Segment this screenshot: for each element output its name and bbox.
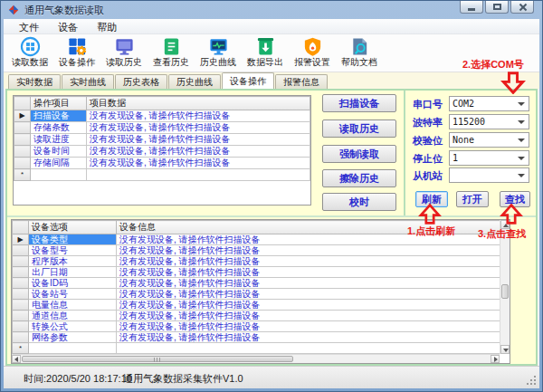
cell-item[interactable]: 通道信息: [29, 311, 117, 321]
tabstrip: 实时数据 实时曲线 历史表格 历史曲线 设备操作 报警信息: [4, 72, 539, 89]
table-row: 设备型号 没有发现设备, 请操作软件扫描设备: [13, 245, 510, 256]
cell-value[interactable]: 没有发现设备, 请操作软件扫描设备: [87, 158, 310, 169]
arrow-down-icon: [503, 349, 509, 352]
toolbar-history-curve[interactable]: 历史曲线: [195, 34, 242, 72]
column-header[interactable]: 操作项目: [31, 97, 87, 110]
stop-bit-label: 停止位: [413, 152, 449, 166]
status-time: 时间:2020/5/20 18:17:10: [24, 372, 132, 386]
tab-realtime-curve[interactable]: 实时曲线: [62, 74, 114, 89]
menu-help[interactable]: 帮助: [89, 19, 125, 34]
toolbar-help-doc[interactable]: 帮助文档: [336, 34, 383, 72]
column-header[interactable]: 设备选项: [29, 221, 117, 234]
cell-value[interactable]: 没有发现设备, 请操作软件扫描设备: [117, 332, 510, 343]
cell-value[interactable]: 没有发现设备, 请操作软件扫描设备: [117, 300, 510, 311]
menu-device[interactable]: 设备: [50, 19, 86, 34]
maximize-button[interactable]: [485, 1, 509, 14]
cell-item[interactable]: 扫描设备: [31, 110, 87, 122]
cell-item[interactable]: 网络参数: [29, 332, 117, 343]
baud-rate-select[interactable]: 115200: [449, 114, 529, 129]
new-row-marker: *: [14, 169, 31, 181]
open-button[interactable]: 打开: [456, 191, 489, 207]
cell-item[interactable]: 设备ID码: [29, 278, 117, 289]
cell-item[interactable]: 出厂日期: [29, 267, 117, 278]
menubar: 文件 设备 帮助: [4, 19, 539, 34]
minimize-icon: [468, 8, 475, 11]
table-row: 读取进度 没有发现设备, 请操作软件扫描设备: [14, 134, 310, 146]
erase-history-button[interactable]: 擦除历史: [322, 169, 396, 187]
cell-item[interactable]: 设备型号: [29, 245, 117, 256]
tab-device-operation[interactable]: 设备操作: [222, 72, 274, 89]
scan-device-button[interactable]: 扫描设备: [322, 94, 396, 112]
toolbar-read-history[interactable]: 读取历史: [100, 34, 148, 72]
minimize-button[interactable]: [460, 1, 483, 14]
column-header[interactable]: 项目数据: [87, 97, 310, 110]
slave-station-select[interactable]: [449, 167, 529, 183]
tab-history-curve[interactable]: 历史曲线: [168, 74, 221, 89]
force-read-button[interactable]: 强制读取: [322, 145, 396, 163]
cell-item[interactable]: 读取进度: [31, 134, 87, 146]
cell-value[interactable]: 没有发现设备, 请操作软件扫描设备: [117, 289, 510, 300]
tab-history-table[interactable]: 历史表格: [115, 74, 167, 89]
tab-realtime-data[interactable]: 实时数据: [8, 74, 61, 89]
time-sync-button[interactable]: 校时: [322, 193, 396, 211]
vertical-scroll-thumb[interactable]: [501, 284, 509, 299]
operation-table: 操作项目 项目数据 ▶ 扫描设备 没有发现设备, 请操作软件扫描设备 存储条数 …: [13, 95, 311, 206]
resize-grip[interactable]: [534, 383, 536, 385]
cell-value[interactable]: 没有发现设备, 请操作软件扫描设备: [87, 146, 310, 158]
client-area: 文件 设备 帮助 读取数据 设备操作 读取历史 查看历史: [4, 19, 539, 388]
help-doc-icon: [336, 36, 383, 57]
cell-value[interactable]: 没有发现设备, 请操作软件扫描设备: [117, 256, 510, 267]
cell-value[interactable]: 没有发现设备, 请操作软件扫描设备: [117, 245, 510, 256]
annotation-arrow-up-icon: [418, 204, 442, 225]
table-row: 设备ID码 没有发现设备, 请操作软件扫描设备: [13, 278, 510, 289]
cell-value[interactable]: 没有发现设备, 请操作软件扫描设备: [87, 110, 310, 122]
device-operation-page: 操作项目 项目数据 ▶ 扫描设备 没有发现设备, 请操作软件扫描设备 存储条数 …: [5, 89, 538, 366]
scroll-down-button[interactable]: [500, 345, 510, 354]
parity-select[interactable]: None: [449, 132, 529, 148]
cell-item[interactable]: 存储间隔: [31, 158, 87, 169]
cell-item[interactable]: 设备站号: [29, 289, 117, 300]
toolbar-read-data[interactable]: 读取数据: [6, 34, 53, 72]
titlebar[interactable]: 通用气象数据读取: [1, 1, 542, 19]
row-marker: ▶: [14, 110, 31, 122]
scroll-right-button[interactable]: [491, 355, 500, 363]
cell-item[interactable]: 设备时间: [31, 146, 87, 158]
table-row: 网络参数 没有发现设备, 请操作软件扫描设备: [13, 332, 510, 343]
cell-item[interactable]: 电量信息: [29, 300, 117, 311]
cell-value[interactable]: 没有发现设备, 请操作软件扫描设备: [117, 321, 510, 332]
toolbar-device-operation[interactable]: 设备操作: [53, 34, 100, 72]
cell-value[interactable]: 没有发现设备, 请操作软件扫描设备: [117, 278, 510, 289]
close-button[interactable]: [510, 1, 534, 14]
cell-value[interactable]: 没有发现设备, 请操作软件扫描设备: [87, 122, 310, 134]
annotation-arrow-up-icon: [500, 204, 523, 225]
app-icon: [7, 4, 20, 16]
cell-value[interactable]: 没有发现设备, 请操作软件扫描设备: [87, 134, 310, 146]
tab-alarm-info[interactable]: 报警信息: [275, 74, 328, 89]
thumb-grip-icon: [154, 358, 161, 362]
cell-item[interactable]: 转换公式: [29, 321, 117, 332]
device-info-table: 设备选项 设备信息 ▶ 设备类型 没有发现设备, 请操作软件扫描设备 设备型号 …: [11, 219, 510, 364]
cell-value[interactable]: 没有发现设备, 请操作软件扫描设备: [117, 267, 510, 278]
cell-item[interactable]: 程序版本: [29, 256, 117, 267]
horizontal-scroll-thumb[interactable]: [22, 356, 293, 362]
horizontal-scrollbar[interactable]: [12, 354, 500, 363]
cell-item[interactable]: 设备类型: [29, 234, 117, 245]
stop-bit-select[interactable]: 1: [449, 150, 529, 166]
cell-value[interactable]: 没有发现设备, 请操作软件扫描设备: [117, 311, 510, 321]
toolbar-data-export[interactable]: 数据导出: [242, 34, 289, 72]
alarm-settings-icon: [289, 36, 336, 57]
toolbar-alarm-settings[interactable]: 报警设置: [289, 34, 336, 72]
toolbar-view-history[interactable]: 查看历史: [148, 34, 195, 72]
section-divider: [7, 215, 536, 217]
annotation-step2: 2.选择COM号: [462, 58, 524, 72]
new-row-marker: *: [13, 343, 29, 354]
serial-port-select[interactable]: COM2: [449, 96, 529, 111]
scroll-left-button[interactable]: [12, 355, 21, 363]
table-row: 设备站号 没有发现设备, 请操作软件扫描设备: [13, 289, 510, 300]
menu-file[interactable]: 文件: [11, 19, 47, 34]
annotation-step1: 1.点击刷新: [407, 225, 455, 238]
cell-item[interactable]: 存储条数: [31, 122, 87, 134]
read-history-button[interactable]: 读取历史: [322, 120, 396, 138]
table-row: 转换公式 没有发现设备, 请操作软件扫描设备: [13, 321, 510, 332]
window-controls: [460, 1, 534, 14]
